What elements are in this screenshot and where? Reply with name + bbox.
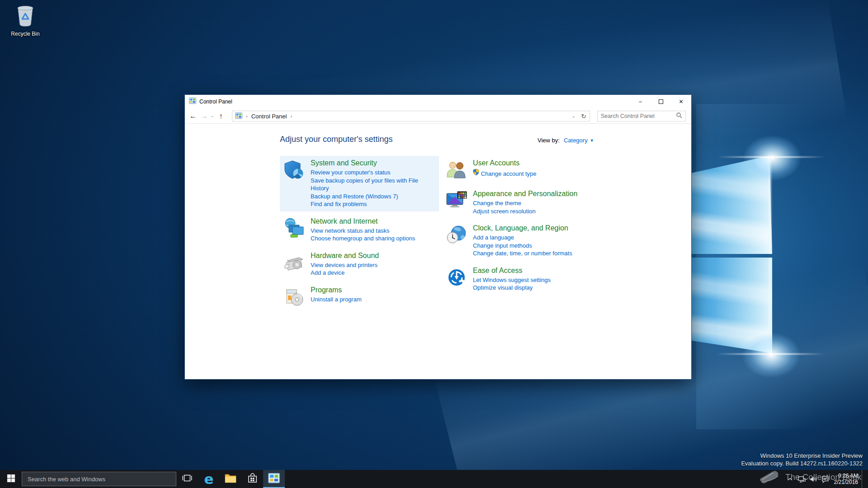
history-dropdown-icon[interactable]: ⌄: [211, 114, 214, 118]
taskbar-search-box[interactable]: [22, 472, 176, 486]
taskbar-search-input[interactable]: [22, 476, 176, 483]
system-security-icon: [283, 159, 305, 181]
category-column-right: User Accounts Change account type: [442, 156, 609, 314]
category-title[interactable]: Appearance and Personalization: [473, 190, 577, 198]
windows-logo-flare: [731, 127, 813, 190]
task-view-icon: [182, 473, 193, 485]
window-title: Control Panel: [199, 99, 232, 105]
category-hardware-and-sound[interactable]: Hardware and Sound View devices and prin…: [280, 249, 439, 280]
task-link[interactable]: Save backup copies of your files with Fi…: [311, 177, 435, 192]
breadcrumb-control-panel[interactable]: Control Panel: [251, 113, 287, 120]
watermark-line2: Evaluation copy. Build 14272.rs1.160220-…: [741, 460, 863, 467]
store-taskbar-button[interactable]: [241, 470, 263, 488]
minimize-icon: –: [639, 99, 642, 105]
category-title[interactable]: Programs: [311, 286, 362, 294]
control-panel-taskbar-button[interactable]: [263, 470, 285, 488]
windows-logo-icon: [7, 474, 15, 484]
control-panel-icon: [268, 472, 280, 486]
programs-icon: [283, 286, 305, 308]
windows-evaluation-watermark: Windows 10 Enterprise Insider Preview Ev…: [741, 452, 863, 467]
breadcrumb-chevron-icon[interactable]: ›: [246, 113, 248, 119]
refresh-icon[interactable]: ↻: [578, 113, 589, 120]
category-title[interactable]: Clock, Language, and Region: [473, 224, 572, 232]
task-link[interactable]: Add a language: [473, 234, 572, 242]
task-link[interactable]: Optimize visual display: [473, 284, 551, 292]
task-link[interactable]: View network status and tasks: [311, 227, 415, 235]
category-clock-language-region[interactable]: Clock, Language, and Region Add a langua…: [442, 221, 609, 261]
task-link[interactable]: Change input methods: [473, 242, 572, 250]
category-title[interactable]: Ease of Access: [473, 267, 551, 275]
minimize-button[interactable]: –: [630, 95, 651, 108]
store-icon: [247, 473, 258, 486]
task-link[interactable]: Backup and Restore (Windows 7): [311, 192, 435, 201]
search-input[interactable]: [598, 113, 676, 119]
breadcrumb-chevron-icon[interactable]: ›: [290, 113, 292, 119]
category-title[interactable]: User Accounts: [473, 159, 537, 167]
control-panel-window: Control Panel – ✕ ← → ⌄ ↑ › Control Pane…: [184, 94, 692, 380]
task-link[interactable]: Uninstall a program: [311, 296, 362, 304]
edge-taskbar-button[interactable]: e: [198, 470, 220, 488]
clock-time: 9:26 AM: [834, 473, 858, 479]
clock-language-region-icon: [446, 224, 467, 246]
windows-logo-flare-spike: [717, 156, 826, 158]
uac-shield-icon: [473, 170, 481, 177]
title-bar[interactable]: Control Panel – ✕: [185, 95, 691, 108]
appearance-personalization-icon: [446, 190, 467, 211]
task-link[interactable]: View devices and printers: [311, 261, 379, 269]
close-icon: ✕: [679, 99, 683, 105]
action-center-tray-icon[interactable]: [820, 470, 831, 488]
network-internet-icon: [283, 217, 305, 239]
category-programs[interactable]: Programs Uninstall a program: [280, 283, 439, 311]
recycle-bin-icon: [14, 22, 36, 29]
navigation-bar: ← → ⌄ ↑ › Control Panel › ⌄ ↻: [185, 108, 691, 124]
task-link[interactable]: Let Windows suggest settings: [473, 276, 551, 284]
category-network-and-internet[interactable]: Network and Internet View network status…: [280, 214, 439, 246]
network-tray-icon[interactable]: [796, 470, 808, 488]
task-link[interactable]: Adjust screen resolution: [473, 207, 577, 216]
show-desktop-button[interactable]: [862, 470, 864, 488]
address-dropdown-icon[interactable]: ⌄: [569, 114, 579, 118]
task-link-label: Change account type: [481, 170, 537, 177]
task-link[interactable]: Choose homegroup and sharing options: [311, 235, 415, 243]
category-title[interactable]: System and Security: [311, 159, 435, 167]
task-link[interactable]: Change the theme: [473, 199, 577, 207]
recycle-bin-desktop-icon[interactable]: Recycle Bin: [7, 4, 43, 37]
task-link[interactable]: Review your computer's status: [311, 169, 435, 177]
ease-of-access-icon: [446, 267, 467, 288]
chevron-down-icon: ▼: [590, 138, 594, 143]
control-panel-icon: [189, 97, 196, 106]
search-box[interactable]: [597, 111, 686, 122]
clock-date: 2/21/2016: [834, 479, 858, 485]
windows-logo-flare-spike: [716, 353, 825, 355]
page-title: Adjust your computer's settings: [280, 135, 691, 144]
view-by-label: View by:: [538, 137, 560, 144]
category-title[interactable]: Hardware and Sound: [311, 252, 379, 260]
category-appearance-personalization[interactable]: Appearance and Personalization Change th…: [442, 187, 609, 218]
category-system-and-security[interactable]: System and Security Review your computer…: [280, 156, 439, 211]
back-button[interactable]: ←: [189, 113, 197, 120]
search-icon[interactable]: [676, 112, 682, 120]
task-link[interactable]: Find and fix problems: [311, 200, 435, 208]
task-view-button[interactable]: [176, 470, 198, 488]
category-column-left: System and Security Review your computer…: [280, 156, 439, 314]
windows-logo-flare: [731, 324, 812, 387]
up-button[interactable]: ↑: [219, 113, 223, 120]
maximize-button[interactable]: [651, 95, 671, 108]
task-link-change-account-type[interactable]: Change account type: [473, 169, 537, 178]
address-bar[interactable]: › Control Panel › ⌄ ↻: [232, 111, 590, 122]
watermark-line1: Windows 10 Enterprise Insider Preview: [741, 452, 863, 460]
show-hidden-icons-button[interactable]: [784, 470, 796, 488]
forward-button[interactable]: →: [201, 113, 208, 120]
category-title[interactable]: Network and Internet: [311, 217, 415, 225]
file-explorer-taskbar-button[interactable]: [220, 470, 241, 488]
task-link[interactable]: Change date, time, or number formats: [473, 249, 572, 258]
category-ease-of-access[interactable]: Ease of Access Let Windows suggest setti…: [442, 263, 609, 295]
volume-tray-icon[interactable]: [808, 470, 820, 488]
category-user-accounts[interactable]: User Accounts Change account type: [442, 156, 609, 184]
taskbar-clock[interactable]: 9:26 AM 2/21/2016: [834, 473, 858, 485]
start-button[interactable]: [0, 470, 22, 488]
task-link[interactable]: Add a device: [311, 269, 379, 277]
view-by-value: Category: [564, 137, 588, 144]
close-button[interactable]: ✕: [671, 95, 691, 108]
view-by-dropdown[interactable]: Category ▼: [564, 137, 594, 144]
